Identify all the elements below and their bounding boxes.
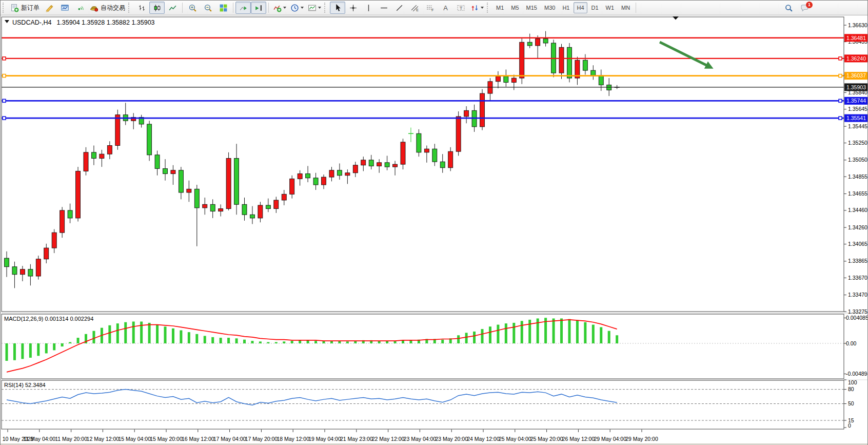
signals-icon	[76, 4, 85, 12]
price-tag-label: 1.35903	[846, 84, 866, 90]
time-axis-label: 25 May 20:00	[530, 436, 563, 442]
bar-chart-type-button[interactable]	[134, 2, 149, 14]
indicators-button[interactable]	[271, 2, 288, 14]
vertical-line-tool-button[interactable]	[361, 2, 376, 14]
macd-bar	[164, 326, 167, 343]
macd-bar	[69, 342, 71, 343]
search-button[interactable]	[781, 2, 796, 14]
zoom-out-button[interactable]	[200, 2, 215, 14]
macd-bar	[108, 325, 111, 343]
timeframe-button-w1[interactable]: W1	[603, 2, 618, 13]
time-axis-label: 15 May 20:00	[150, 436, 183, 442]
tile-windows-button[interactable]	[215, 2, 231, 14]
toolbar-grip[interactable]	[128, 3, 132, 13]
line-chart-type-button[interactable]	[165, 2, 180, 14]
arrows-tool-button[interactable]	[468, 2, 486, 14]
line-handle[interactable]	[3, 117, 6, 120]
macd-bar	[116, 323, 119, 343]
candle-body	[28, 269, 33, 276]
zoom-in-button[interactable]	[185, 2, 200, 14]
macd-bar	[13, 343, 16, 360]
signals-button[interactable]	[72, 2, 88, 14]
time-axis-label: 11 May 20:00	[55, 436, 87, 442]
equidistant-channel-tool-button[interactable]: E	[407, 2, 422, 14]
toolbar-grip[interactable]	[487, 3, 490, 13]
panel-splitter[interactable]	[2, 312, 867, 314]
time-axis-label: 16 May 12:00	[182, 436, 214, 442]
new-order-button[interactable]: 新订单	[8, 2, 42, 14]
horizontal-line-tool-button[interactable]	[376, 2, 391, 14]
timeframe-button-d1[interactable]: D1	[588, 2, 602, 13]
toolbar-grip[interactable]	[324, 3, 328, 13]
arrows-icon	[470, 4, 479, 12]
line-handle[interactable]	[839, 117, 842, 120]
macd-bar	[148, 323, 151, 343]
line-handle[interactable]	[3, 99, 6, 102]
price-tick-label: 1.33470	[848, 292, 867, 298]
macd-bar	[53, 343, 55, 350]
macd-bar	[553, 318, 555, 343]
timeframe-button-m30[interactable]: M30	[541, 2, 558, 13]
timeframe-button-h1[interactable]: H1	[559, 2, 573, 13]
chart-canvas[interactable]: 1.366301.364351.362401.360451.358401.356…	[1, 15, 867, 445]
candle-body	[559, 47, 564, 73]
macd-bar	[156, 325, 159, 343]
periods-button[interactable]	[288, 2, 306, 14]
fibonacci-tool-button[interactable]: F	[422, 2, 438, 14]
toolbar-grip[interactable]	[3, 3, 6, 13]
candle-body	[527, 42, 532, 46]
svg-text:E: E	[416, 8, 419, 12]
dropdown-arrow-icon[interactable]	[283, 7, 286, 9]
vertical-line-icon	[364, 4, 373, 12]
time-axis-label: 29 May 04:00	[594, 436, 626, 442]
auto-scroll-button[interactable]	[235, 2, 251, 14]
price-tick-label: 1.35445	[848, 123, 867, 129]
line-handle[interactable]	[839, 57, 842, 60]
dropdown-arrow-icon[interactable]	[481, 7, 484, 9]
auto-trading-button[interactable]: 自动交易	[88, 2, 127, 14]
candle-body	[12, 267, 17, 275]
timeframe-button-mn[interactable]: MN	[618, 2, 633, 13]
candle-body	[147, 124, 152, 155]
candle-body	[361, 160, 366, 165]
timeframe-button-m1[interactable]: M1	[493, 2, 507, 13]
time-axis-label: 23 May 04:00	[404, 436, 437, 442]
candle-body	[242, 204, 247, 215]
candle-body	[440, 162, 445, 168]
line-handle[interactable]	[839, 99, 842, 102]
trendline-tool-button[interactable]	[391, 2, 407, 14]
trendline-icon	[395, 4, 404, 12]
line-handle[interactable]	[3, 74, 6, 78]
search-icon	[784, 4, 793, 12]
timeframe-button-m15[interactable]: M15	[523, 2, 540, 13]
macd-bar	[21, 343, 24, 359]
dropdown-arrow-icon[interactable]	[301, 7, 304, 9]
candle-body	[219, 209, 223, 211]
toolbar-separator	[182, 3, 183, 13]
cursor-tool-button[interactable]	[330, 2, 345, 14]
metaeditor-button[interactable]	[42, 2, 57, 14]
templates-button[interactable]	[306, 2, 323, 14]
candle-body	[599, 75, 603, 85]
time-axis-label: 15 May 04:00	[118, 436, 151, 442]
crosshair-tool-button[interactable]	[345, 2, 361, 14]
price-tick-label: 1.34260	[848, 224, 867, 230]
candle-body	[298, 173, 302, 179]
dropdown-arrow-icon[interactable]	[318, 7, 321, 9]
text-label-tool-button[interactable]: T	[453, 2, 468, 14]
zoom-out-icon	[204, 4, 212, 12]
candlestick-type-button[interactable]	[149, 2, 165, 14]
line-handle[interactable]	[3, 57, 6, 60]
text-tool-button[interactable]: A	[438, 2, 453, 14]
line-handle[interactable]	[839, 74, 842, 78]
candle-body	[52, 233, 56, 248]
chart-shift-button[interactable]	[251, 2, 266, 14]
timeframe-button-m5[interactable]: M5	[508, 2, 522, 13]
chat-button[interactable]: 1	[800, 4, 809, 12]
candle-body	[107, 146, 112, 154]
chart-window-button[interactable]	[57, 2, 72, 14]
timeframe-button-h4[interactable]: H4	[574, 2, 587, 13]
clock-icon	[290, 4, 299, 12]
macd-bar	[409, 340, 412, 343]
candle-body	[313, 178, 318, 185]
